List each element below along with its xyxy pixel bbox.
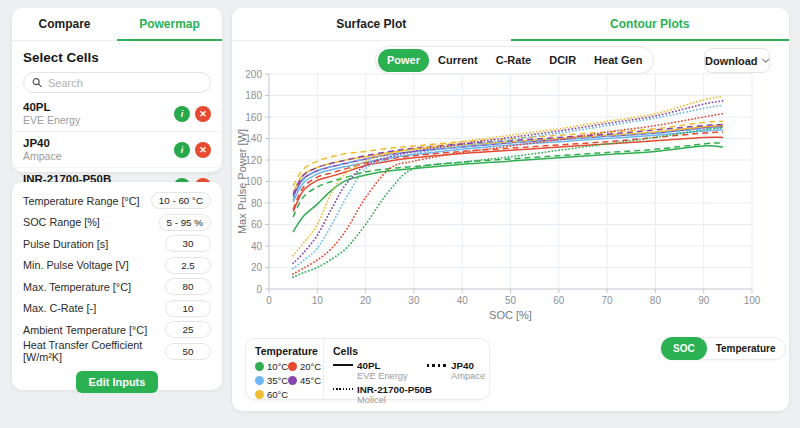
parameter-row: Ambient Temperature [°C] 25 xyxy=(12,319,222,341)
search-icon xyxy=(32,77,42,88)
param-value-pill[interactable]: 25 xyxy=(165,321,211,338)
legend-cell-item: JP40 Ampace xyxy=(427,360,489,382)
temp-label: 45°C xyxy=(300,375,321,386)
legend-temp-item: 10°C xyxy=(255,361,288,372)
axis-toggle-option[interactable]: SOC xyxy=(661,337,707,360)
main-tabbar: Surface Plot Contour Plots xyxy=(232,8,789,41)
param-value-pill[interactable]: 10 xyxy=(165,300,211,317)
remove-icon[interactable]: ✕ xyxy=(195,142,211,158)
info-icon[interactable]: i xyxy=(174,142,190,158)
line-style-sample xyxy=(333,364,353,366)
left-tabbar: Compare Powermap xyxy=(12,8,222,41)
tab-compare[interactable]: Compare xyxy=(12,8,117,40)
parameter-row: Max. Temperature [°C] 80 xyxy=(12,276,222,298)
svg-text:0: 0 xyxy=(256,284,262,295)
svg-text:20: 20 xyxy=(251,262,263,273)
legend-cells-title: Cells xyxy=(333,345,489,357)
temp-color-dot xyxy=(255,390,264,399)
param-label: Min. Pulse Voltage [V] xyxy=(23,259,129,271)
temp-label: 60°C xyxy=(267,389,288,400)
tab-surface-plot[interactable]: Surface Plot xyxy=(232,8,511,40)
svg-text:70: 70 xyxy=(602,295,614,306)
param-label: Max. C-Rate [-] xyxy=(23,302,96,314)
parameter-row: Max. C-Rate [-] 10 xyxy=(12,298,222,320)
legend-cell-text: 40PL EVE Energy xyxy=(357,360,408,382)
legend-cell-name: 40PL xyxy=(357,360,408,371)
param-value-pill[interactable]: 10 - 60 °C xyxy=(151,192,211,209)
svg-text:80: 80 xyxy=(251,198,263,209)
legend-cell-text: JP40 Ampace xyxy=(451,360,485,382)
svg-text:40: 40 xyxy=(251,241,263,252)
param-value-pill[interactable]: 5 - 95 % xyxy=(159,214,212,231)
legend-cell-vendor: EVE Energy xyxy=(357,371,408,382)
svg-text:200: 200 xyxy=(245,69,262,80)
tab-powermap[interactable]: Powermap xyxy=(117,8,222,40)
parameter-row: SOC Range [%] 5 - 95 % xyxy=(12,212,222,234)
legend-temp-item: 60°C xyxy=(255,389,288,400)
remove-icon[interactable]: ✕ xyxy=(195,106,211,122)
legend-cell-name: INR-21700-P50B xyxy=(357,384,432,395)
legend-temp-item: 20°C xyxy=(288,361,321,372)
svg-text:0: 0 xyxy=(266,295,272,306)
param-value-pill[interactable]: 50 xyxy=(165,343,211,360)
line-style-sample xyxy=(333,388,353,390)
svg-text:SOC [%]: SOC [%] xyxy=(489,309,532,321)
cell-name: JP40 xyxy=(23,137,169,149)
svg-text:Max Pulse Power [W]: Max Pulse Power [W] xyxy=(236,129,248,234)
temp-color-dot xyxy=(288,362,297,371)
legend-cell-item: 40PL EVE Energy xyxy=(333,360,427,382)
cell-vendor: EVE Energy xyxy=(23,114,169,126)
svg-text:50: 50 xyxy=(505,295,517,306)
svg-text:40: 40 xyxy=(457,295,469,306)
select-cells-title: Select Cells xyxy=(12,41,222,65)
cell-vendor: Ampace xyxy=(23,150,169,162)
temp-color-dot xyxy=(288,376,297,385)
axis-toggle-option[interactable]: Temperature xyxy=(707,337,785,360)
param-value-pill[interactable]: 2.5 xyxy=(165,257,211,274)
legend-cell-text: INR-21700-P50B Molicel xyxy=(357,384,432,406)
parameter-row: Pulse Duration [s] 30 xyxy=(12,233,222,255)
legend-cell-items: 40PL EVE Energy JP40 Ampace xyxy=(333,360,489,406)
svg-text:10: 10 xyxy=(312,295,324,306)
cell-name: 40PL xyxy=(23,101,169,113)
powermap-chart: 0102030405060708090100020406080100120140… xyxy=(232,66,789,334)
param-label: Temperature Range [°C] xyxy=(23,195,140,207)
legend-temperature-section: Temperature 10°C 20°C 35°C xyxy=(246,339,324,399)
legend-cell-item: INR-21700-P50B Molicel xyxy=(333,384,427,406)
svg-text:180: 180 xyxy=(245,90,262,101)
param-label: Pulse Duration [s] xyxy=(23,238,108,250)
parameter-row: Temperature Range [°C] 10 - 60 °C xyxy=(12,190,222,212)
svg-text:30: 30 xyxy=(408,295,420,306)
svg-text:100: 100 xyxy=(744,295,761,306)
svg-text:80: 80 xyxy=(650,295,662,306)
param-value-pill[interactable]: 30 xyxy=(165,235,211,252)
parameter-list: Temperature Range [°C] 10 - 60 °C SOC Ra… xyxy=(12,182,222,362)
legend-cell-vendor: Ampace xyxy=(451,371,485,382)
temp-label: 20°C xyxy=(300,361,321,372)
cell-search-box[interactable] xyxy=(23,72,211,93)
legend-cell-name: JP40 xyxy=(451,360,485,371)
temp-label: 10°C xyxy=(267,361,288,372)
chart-legend: Temperature 10°C 20°C 35°C xyxy=(245,338,490,400)
param-label: Max. Temperature [°C] xyxy=(23,281,131,293)
param-value-pill[interactable]: 80 xyxy=(165,278,211,295)
search-input[interactable] xyxy=(48,77,202,89)
temp-color-dot xyxy=(255,376,264,385)
line-style-sample xyxy=(427,364,447,367)
edit-inputs-button[interactable]: Edit Inputs xyxy=(76,371,159,393)
tab-contour-plots[interactable]: Contour Plots xyxy=(511,8,790,40)
download-label: Download xyxy=(705,55,758,67)
chevron-down-icon xyxy=(762,58,769,64)
parameters-card: Temperature Range [°C] 10 - 60 °C SOC Ra… xyxy=(12,182,222,390)
param-label: Heat Transfer Coefficient [W/m²K] xyxy=(23,339,165,363)
param-label: SOC Range [%] xyxy=(23,216,100,228)
parameter-row: Min. Pulse Voltage [V] 2.5 xyxy=(12,255,222,277)
temp-label: 35°C xyxy=(267,375,288,386)
svg-text:60: 60 xyxy=(553,295,565,306)
info-icon[interactable]: i xyxy=(174,106,190,122)
temp-color-dot xyxy=(255,362,264,371)
cell-info: 40PL EVE Energy xyxy=(23,101,169,126)
legend-temperature-title: Temperature xyxy=(255,345,323,357)
svg-text:60: 60 xyxy=(251,219,263,230)
svg-text:20: 20 xyxy=(360,295,372,306)
